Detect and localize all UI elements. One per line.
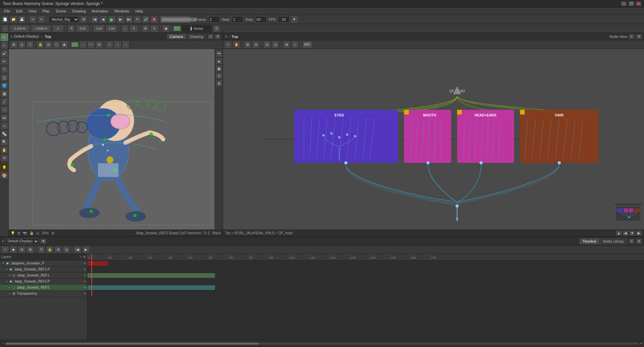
- tl-add-keyframe-btn[interactable]: ◆: [10, 246, 17, 253]
- tl-lock-all-btn[interactable]: 🔒: [46, 246, 53, 253]
- paint-unpainted-tool[interactable]: ▦: [1, 90, 8, 97]
- zoom-tool[interactable]: 🔍: [1, 138, 8, 146]
- layer-add-2[interactable]: +: [84, 274, 86, 277]
- vp-align-btn[interactable]: ↕: [114, 41, 121, 48]
- layer-row-5[interactable]: ● ★ Transparency +: [0, 291, 87, 297]
- tl-zoom-out-btn[interactable]: −: [2, 342, 4, 345]
- position-z[interactable]: 0: [52, 25, 64, 32]
- shape-tool[interactable]: □: [1, 106, 8, 113]
- layer-add-1[interactable]: +: [84, 268, 86, 271]
- vp-onion-btn[interactable]: ◎: [18, 41, 26, 48]
- timeline-close-btn[interactable]: ✕: [636, 239, 642, 244]
- loop-button[interactable]: ↻: [134, 16, 141, 23]
- node-panel-menu[interactable]: ≡: [225, 35, 227, 38]
- nav-left-btn[interactable]: ◀: [622, 231, 629, 236]
- sound-on-button[interactable]: 🔊: [142, 16, 149, 23]
- go-start-button[interactable]: |◀: [91, 16, 98, 23]
- layer-rec-3[interactable]: ▶: [9, 280, 13, 283]
- hand-tool[interactable]: ✋: [1, 146, 8, 154]
- timeline-tracks-area[interactable]: 0 10 20 30 40 50 60 70 80 90 100 110 120…: [87, 254, 644, 340]
- node-select-btn[interactable]: ↖: [224, 41, 232, 48]
- layer-vis-2[interactable]: ●: [7, 274, 11, 278]
- layer-vis-3[interactable]: ●: [5, 280, 9, 284]
- node-canvas[interactable]: QF HEAD EYES: [223, 49, 644, 230]
- tl-play-btn[interactable]: ▶: [82, 246, 90, 253]
- ink-tool[interactable]: ╱: [1, 98, 8, 105]
- nav-down-btn[interactable]: ▼: [629, 231, 635, 236]
- window-controls[interactable]: — ❐ ✕: [621, 1, 641, 6]
- layer-add-5[interactable]: +: [84, 292, 86, 295]
- track-row-3[interactable]: [87, 279, 644, 285]
- layer-add-3[interactable]: +: [84, 280, 86, 283]
- brush-tool[interactable]: 🖌: [1, 50, 8, 57]
- rot-val[interactable]: 0.00: [76, 25, 89, 32]
- menu-scene[interactable]: Scene: [53, 8, 69, 14]
- maximize-button[interactable]: ❐: [629, 1, 634, 6]
- node-add-btn[interactable]: +: [629, 34, 635, 39]
- layer-add-0[interactable]: +: [84, 262, 86, 265]
- play-button[interactable]: ▶: [108, 16, 116, 23]
- pencil-tool[interactable]: ✏: [1, 58, 8, 65]
- track-row-2[interactable]: [87, 272, 644, 279]
- menu-help[interactable]: Help: [133, 8, 146, 14]
- vp-overlay-btn[interactable]: ⬡: [53, 41, 60, 48]
- vp-preview-btn[interactable]: ◐: [61, 41, 68, 48]
- menu-file[interactable]: File: [1, 8, 13, 14]
- tl-expand-btn[interactable]: ⊞: [27, 246, 34, 253]
- node-new-comp-btn[interactable]: ⊟: [252, 41, 260, 48]
- vp-color-btn[interactable]: [71, 42, 79, 47]
- rigging-tool[interactable]: ⋈: [1, 114, 8, 121]
- track-row-4[interactable]: [87, 285, 644, 291]
- undo-button[interactable]: ↩: [29, 16, 37, 23]
- onion-skin-btn[interactable]: 💡: [1, 164, 8, 171]
- perspective-icon[interactable]: ◈: [216, 58, 222, 64]
- node-abc-btn[interactable]: ABC: [302, 41, 312, 48]
- timeline-add-btn[interactable]: +: [629, 239, 635, 244]
- layer-box-4[interactable]: [12, 286, 15, 289]
- menu-edit[interactable]: Edit: [13, 8, 25, 14]
- rotate-icon[interactable]: ↻: [216, 72, 222, 79]
- vp-lock-btn[interactable]: 🔒: [37, 41, 44, 48]
- layer-vis-0[interactable]: ●: [1, 261, 5, 265]
- skew-val[interactable]: 0: [130, 25, 138, 32]
- tl-scrollbar[interactable]: [5, 343, 639, 345]
- tab-timeline[interactable]: Timeline: [579, 238, 599, 244]
- tl-zoom-in-btn[interactable]: +: [640, 342, 642, 345]
- open-button[interactable]: 📁: [10, 16, 17, 23]
- zoom-fit-icon[interactable]: ⊞: [216, 80, 222, 87]
- layer-rec-1[interactable]: ▶: [9, 268, 13, 271]
- add-viewport-btn[interactable]: +: [208, 34, 214, 39]
- rig-settings-button[interactable]: ⚙: [80, 16, 87, 23]
- vp-fliph-btn[interactable]: ↔: [122, 41, 129, 48]
- node-new-group-btn[interactable]: ⊞: [244, 41, 251, 48]
- vp-grid-btn[interactable]: ⊞: [10, 41, 17, 48]
- tl-collapse-btn[interactable]: ⊟: [18, 246, 26, 253]
- vp-anchor-btn[interactable]: ⊹: [106, 41, 113, 48]
- start-input[interactable]: [231, 16, 243, 23]
- color-picker-tool[interactable]: 🎨: [1, 172, 8, 179]
- eraser-tool[interactable]: ◫: [1, 74, 8, 81]
- layer-row-3[interactable]: ● ▶ Jalap_Snowdo_REF2-P +: [0, 279, 87, 285]
- position-x[interactable]: 0.158 W: [10, 25, 30, 32]
- rig-select[interactable]: Michel_Rig: [49, 16, 79, 23]
- add-layer-icon[interactable]: +: [80, 255, 82, 259]
- skew-btn[interactable]: ⟂: [121, 25, 129, 32]
- tl-onion-btn[interactable]: ◎: [63, 246, 70, 253]
- layer-vis-4[interactable]: ●: [7, 286, 11, 290]
- pivot-btn[interactable]: ⊕: [142, 25, 149, 32]
- node-zoom-sel-btn[interactable]: ◎: [272, 41, 279, 48]
- track-row-0[interactable]: [87, 260, 644, 266]
- track-row-5[interactable]: [87, 291, 644, 297]
- rotate-view-tool[interactable]: ↺: [1, 154, 8, 162]
- menu-drawing[interactable]: Drawing: [70, 8, 88, 14]
- go-end-button[interactable]: ▶|: [125, 16, 133, 23]
- layer-row-4[interactable]: ● Jalap_Snowdo_REF2 +: [0, 285, 87, 291]
- layer-color-btn[interactable]: ▌ display: [182, 25, 212, 32]
- transform-tool[interactable]: ⌖: [1, 122, 8, 130]
- tl-settings-btn[interactable]: ⚙: [54, 246, 62, 253]
- layer-vis-5[interactable]: ●: [7, 292, 11, 296]
- vp-pivot-btn[interactable]: ⊕: [95, 41, 103, 48]
- side-view-icon[interactable]: ▣: [216, 65, 222, 72]
- node-expand-btn[interactable]: ⊹: [291, 41, 299, 48]
- next-frame-button[interactable]: ▶: [117, 16, 124, 23]
